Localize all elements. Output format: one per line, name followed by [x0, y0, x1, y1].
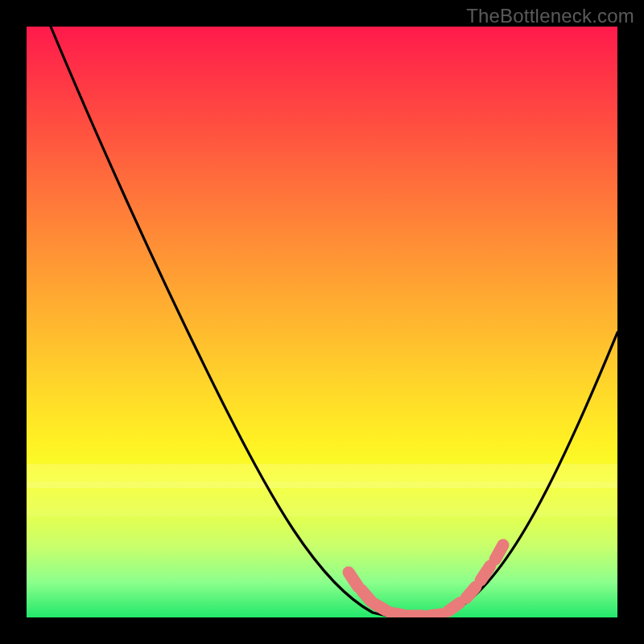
plot-area [27, 27, 617, 617]
bottleneck-curve [51, 27, 617, 617]
chart-frame: TheBottleneck.com [0, 0, 644, 644]
curve-svg [27, 27, 617, 617]
highlight-group [349, 545, 503, 616]
watermark-text: TheBottleneck.com [466, 5, 634, 27]
